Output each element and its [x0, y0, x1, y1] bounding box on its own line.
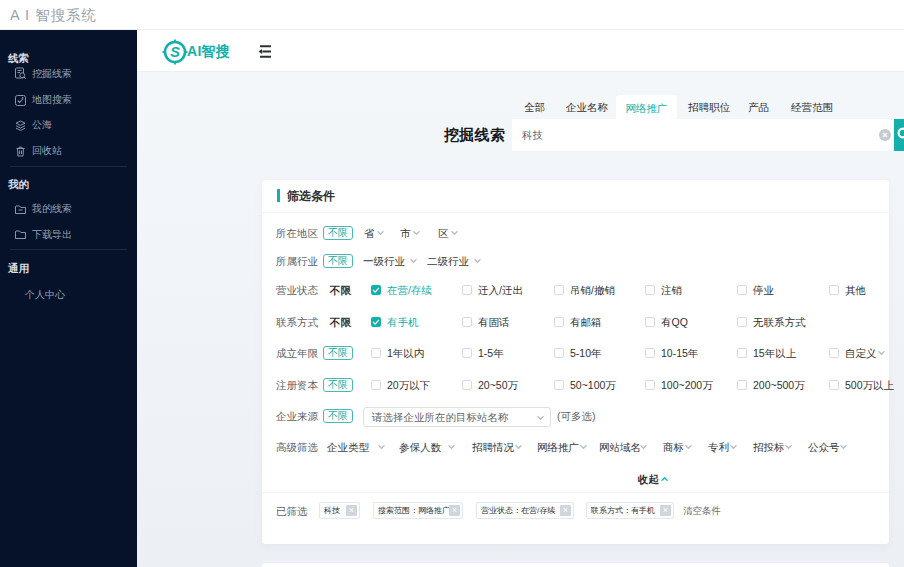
svg-text:S: S: [170, 44, 180, 60]
